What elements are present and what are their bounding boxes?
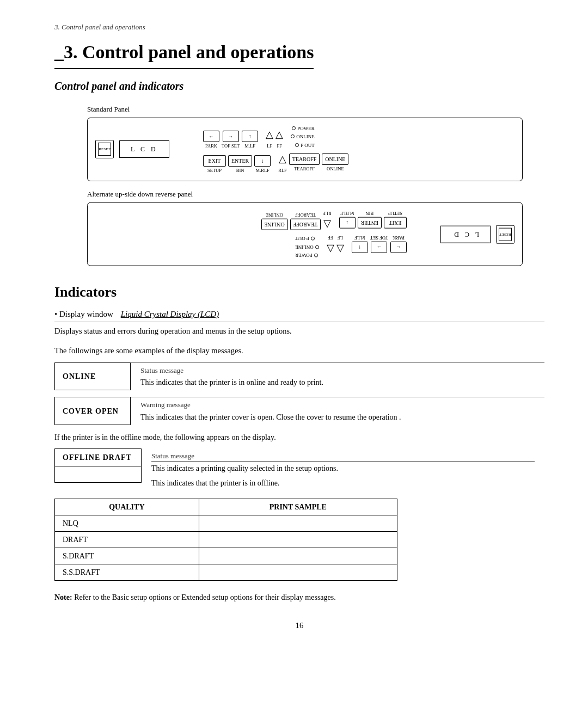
- table-row: S.DRAFT: [55, 548, 397, 564]
- alt-power-indicators: POWER ONLINE P OUT: [295, 234, 319, 259]
- offline-draft-display: OFFLINE DRAFT: [54, 448, 142, 466]
- sample-nlq: [199, 515, 397, 532]
- page-number: 16: [54, 619, 544, 632]
- table-row: NLQ: [55, 515, 397, 532]
- lcd-display: L C D: [119, 140, 169, 158]
- cover-open-type: Warning message: [140, 400, 535, 410]
- alt-enter-key: ENTER BIN: [358, 210, 382, 229]
- mrlf-key: ↓ M.RLF: [254, 155, 271, 174]
- exit-key: EXIT SETUP: [203, 155, 226, 174]
- alt-ff-triangle: △ FF: [327, 234, 334, 256]
- sample-sdraft: [199, 548, 397, 564]
- quality-ssdraft: S.S.DRAFT: [55, 564, 199, 581]
- alt-tofset-key: → TOF SET: [370, 234, 388, 253]
- section-subheading: Control panel and indicators: [54, 78, 544, 94]
- tearoff-key: TEAROFF TEAROFF: [289, 153, 320, 173]
- quality-sdraft: S.DRAFT: [55, 548, 199, 564]
- enter-key: ENTER BIN: [228, 155, 252, 174]
- breadcrumb: 3. Control panel and operations: [54, 22, 544, 33]
- offline-desc1: This indicates a printing quality select…: [151, 463, 535, 474]
- indicators-heading: Indicators: [54, 281, 544, 303]
- display-desc: Displays status and errors during operat…: [54, 325, 544, 337]
- print-sample-header: PRINT SAMPLE: [199, 499, 397, 515]
- display-window-label: • Display window: [54, 308, 113, 321]
- alt-park-key: ← PARK: [390, 234, 407, 253]
- online-display: ONLINE: [54, 362, 131, 391]
- online-message-row: ONLINE Status message This indicates tha…: [54, 362, 544, 391]
- park-key: ← PARK: [203, 131, 219, 150]
- quality-header: QUALITY: [55, 499, 199, 515]
- offline-desc2: This indicates that the printer is in of…: [151, 477, 535, 489]
- sample-ssdraft: [199, 564, 397, 581]
- offline-draft-info: Status message This indicates a printing…: [142, 448, 544, 491]
- alternate-panel-diagram: RESET L C D ← PARK → TOF SET ↑ M.LF: [87, 202, 523, 266]
- reset-button-inner: RESET: [98, 143, 111, 156]
- note-content: Refer to the Basic setup options or Exte…: [74, 593, 336, 601]
- alt-mlf-key: ↑ M.LF: [352, 234, 368, 253]
- online-desc: This indicates that the printer is in on…: [140, 377, 535, 388]
- note-label: Note:: [54, 593, 72, 601]
- online-key: ONLINE ONLINE: [322, 153, 348, 173]
- tofset-key: → TOF SET: [222, 131, 240, 150]
- table-row: S.S.DRAFT: [55, 564, 397, 581]
- alt-reset-button: RESET: [496, 225, 514, 243]
- sample-draft: [199, 532, 397, 548]
- offline-note: If the printer is in the offline mode, t…: [54, 432, 544, 443]
- display-window-row: • Display window Liquid Crystal Display …: [54, 308, 544, 323]
- reset-button-outer: RESET: [95, 140, 114, 158]
- lf-triangle: △ LF: [266, 127, 273, 150]
- alt-tearoff-key: TEAROFF TEAROFF: [290, 211, 321, 230]
- standard-panel-diagram: RESET L C D ← PARK → TOF SET ↑ M.LF: [87, 118, 523, 181]
- alt-lcd-display: L C D: [440, 225, 491, 243]
- rlf-triangle: △ RLF: [278, 152, 287, 174]
- page-title: _3. Control panel and operations: [54, 38, 314, 69]
- alt-exit-key: EXIT SETUP: [384, 210, 407, 229]
- alternate-panel-label: Alternate up-side down reverse panel: [87, 189, 544, 200]
- alt-mrlf-key: ↓ M.RLF: [339, 210, 356, 229]
- alt-lf-triangle: △ LF: [336, 234, 344, 256]
- cover-open-message-row: COVER OPEN Warning message This indicate…: [54, 397, 544, 425]
- offline-status-label: Status message: [151, 451, 535, 462]
- power-indicators: POWER ONLINE P OUT: [291, 125, 315, 150]
- quality-nlq: NLQ: [55, 515, 199, 532]
- quality-draft: DRAFT: [55, 532, 199, 548]
- cover-open-display: COVER OPEN: [54, 397, 131, 425]
- offline-draft-row: OFFLINE DRAFT Status message This indica…: [54, 448, 544, 491]
- alt-rlf-triangle: △ RLF: [323, 210, 332, 232]
- table-row: DRAFT: [55, 532, 397, 548]
- cover-open-info: Warning message This indicates that the …: [131, 397, 544, 425]
- quality-table: QUALITY PRINT SAMPLE NLQ DRAFT S.DRAFT S…: [54, 499, 397, 581]
- note-text: Note: Refer to the Basic setup options o…: [54, 592, 544, 603]
- cover-open-desc: This indicates that the printer cover is…: [140, 411, 535, 423]
- mlf-key: ↑ M.LF: [242, 131, 258, 150]
- lcd-full-label: Liquid Crystal Display (LCD): [121, 308, 219, 321]
- online-info: Status message This indicates that the p…: [131, 362, 544, 391]
- alt-online-key: ONLINE ONLINE: [261, 211, 288, 230]
- standard-panel-label: Standard Panel: [87, 104, 544, 115]
- online-type: Status message: [140, 365, 535, 376]
- ff-triangle: △ FF: [275, 127, 283, 150]
- followings-text: The followings are some examples of the …: [54, 345, 544, 357]
